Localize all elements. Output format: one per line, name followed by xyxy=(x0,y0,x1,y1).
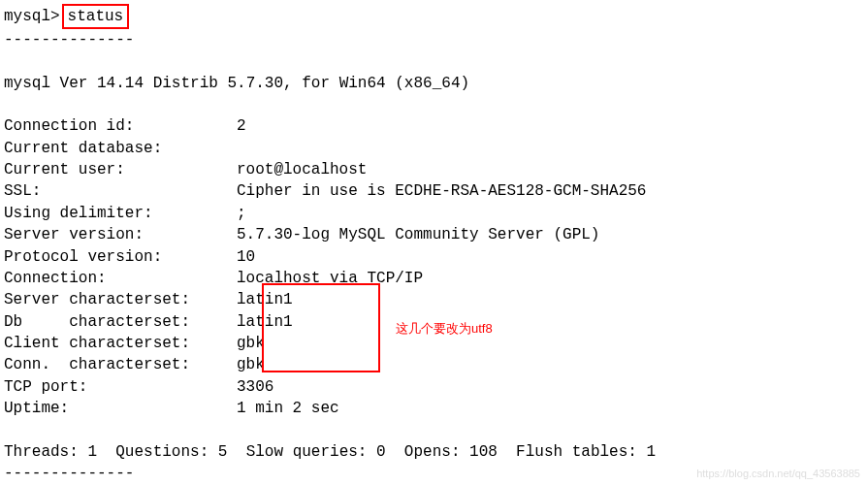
status-command: status xyxy=(68,8,124,25)
label-using-delimiter: Using delimiter: xyxy=(4,203,237,224)
row-server-version: Server version: 5.7.30-log MySQL Communi… xyxy=(4,224,864,245)
value-client-charset: gbk xyxy=(237,333,265,354)
command-highlight-box: status xyxy=(62,4,130,29)
row-conn-charset: Conn. characterset: gbk xyxy=(4,354,864,375)
label-protocol-version: Protocol version: xyxy=(4,246,237,268)
value-ssl: Cipher in use is ECDHE-RSA-AES128-GCM-SH… xyxy=(237,180,646,202)
label-server-version: Server version: xyxy=(4,224,237,245)
row-using-delimiter: Using delimiter: ; xyxy=(4,203,864,224)
stats-line: Threads: 1 Questions: 5 Slow queries: 0 … xyxy=(4,441,864,463)
value-conn-charset: gbk xyxy=(237,354,265,375)
label-db-charset: Db characterset: xyxy=(4,311,237,333)
label-conn-charset: Conn. characterset: xyxy=(4,354,237,375)
value-uptime: 1 min 2 sec xyxy=(237,398,339,419)
label-current-database: Current database: xyxy=(4,138,237,159)
row-current-database: Current database: xyxy=(4,138,864,159)
label-uptime: Uptime: xyxy=(4,398,237,419)
label-server-charset: Server characterset: xyxy=(4,289,237,310)
label-connection: Connection: xyxy=(4,268,237,289)
value-connection: localhost via TCP/IP xyxy=(237,268,423,289)
blank-row xyxy=(4,51,864,73)
blank-row xyxy=(4,94,864,115)
row-tcp-port: TCP port: 3306 xyxy=(4,376,864,398)
value-server-version: 5.7.30-log MySQL Community Server (GPL) xyxy=(237,224,599,245)
row-uptime: Uptime: 1 min 2 sec xyxy=(4,398,864,419)
charset-annotation: 这几个要改为utf8 xyxy=(396,320,493,338)
watermark: https://blog.csdn.net/qq_43563885 xyxy=(696,467,860,481)
value-tcp-port: 3306 xyxy=(237,376,273,398)
value-current-user: root@localhost xyxy=(237,159,367,180)
row-current-user: Current user: root@localhost xyxy=(4,159,864,180)
mysql-prompt: mysql> xyxy=(4,6,60,27)
label-ssl: SSL: xyxy=(4,180,237,202)
prompt-line: mysql> status xyxy=(4,4,864,29)
blank-row xyxy=(4,420,864,441)
row-server-charset: Server characterset: latin1 xyxy=(4,289,864,310)
label-connection-id: Connection id: xyxy=(4,115,237,137)
label-tcp-port: TCP port: xyxy=(4,376,237,398)
row-connection-id: Connection id: 2 xyxy=(4,115,864,137)
value-connection-id: 2 xyxy=(237,115,246,137)
value-protocol-version: 10 xyxy=(237,246,255,268)
value-using-delimiter: ; xyxy=(237,203,246,224)
row-ssl: SSL: Cipher in use is ECDHE-RSA-AES128-G… xyxy=(4,180,864,202)
label-current-user: Current user: xyxy=(4,159,237,180)
version-line: mysql Ver 14.14 Distrib 5.7.30, for Win6… xyxy=(4,73,864,94)
label-client-charset: Client characterset: xyxy=(4,333,237,354)
value-db-charset: latin1 xyxy=(237,311,293,333)
dashes-top: -------------- xyxy=(4,29,864,50)
value-server-charset: latin1 xyxy=(237,289,293,310)
row-protocol-version: Protocol version: 10 xyxy=(4,246,864,268)
row-connection: Connection: localhost via TCP/IP xyxy=(4,268,864,289)
